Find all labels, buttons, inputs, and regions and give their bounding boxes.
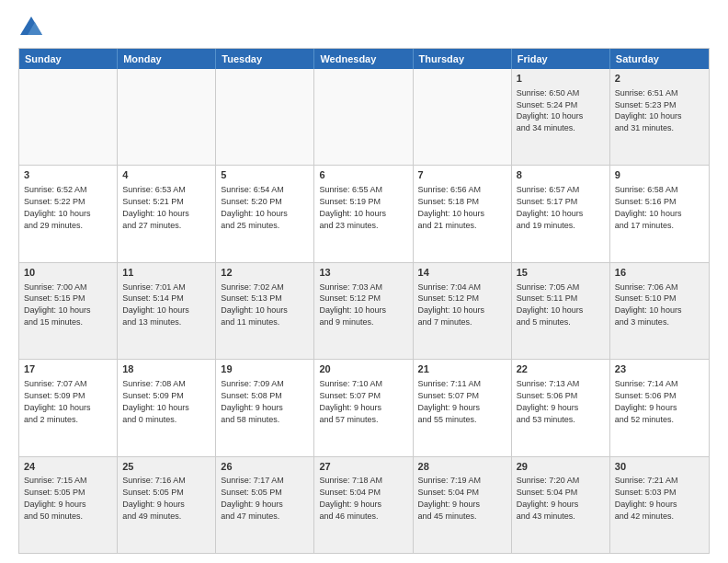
cell-text: Sunrise: 7:11 AM Sunset: 5:07 PM Dayligh… <box>418 379 482 423</box>
day-number: 15 <box>517 266 605 280</box>
day-number: 14 <box>418 266 506 280</box>
cell-text: Sunrise: 6:56 AM Sunset: 5:18 PM Dayligh… <box>418 185 485 229</box>
calendar-cell: 21Sunrise: 7:11 AM Sunset: 5:07 PM Dayli… <box>414 360 512 455</box>
logo <box>18 15 48 40</box>
cell-text: Sunrise: 7:17 AM Sunset: 5:05 PM Dayligh… <box>221 476 284 520</box>
day-number: 20 <box>319 362 407 376</box>
calendar-row: 10Sunrise: 7:00 AM Sunset: 5:15 PM Dayli… <box>19 263 709 360</box>
day-number: 30 <box>615 460 704 474</box>
calendar-cell: 10Sunrise: 7:00 AM Sunset: 5:15 PM Dayli… <box>19 263 118 359</box>
calendar-cell: 1Sunrise: 6:50 AM Sunset: 5:24 PM Daylig… <box>512 69 610 165</box>
cell-text: Sunrise: 7:10 AM Sunset: 5:07 PM Dayligh… <box>319 379 382 423</box>
cell-text: Sunrise: 7:20 AM Sunset: 5:04 PM Dayligh… <box>517 476 580 520</box>
calendar-cell: 28Sunrise: 7:19 AM Sunset: 5:04 PM Dayli… <box>414 457 512 553</box>
day-number: 24 <box>24 460 112 474</box>
logo-icon <box>18 15 44 40</box>
day-number: 12 <box>221 266 309 280</box>
cell-text: Sunrise: 6:52 AM Sunset: 5:22 PM Dayligh… <box>24 185 91 229</box>
day-number: 16 <box>615 266 704 280</box>
day-number: 5 <box>221 168 309 182</box>
calendar-cell: 3Sunrise: 6:52 AM Sunset: 5:22 PM Daylig… <box>19 166 118 261</box>
cell-text: Sunrise: 7:16 AM Sunset: 5:05 PM Dayligh… <box>122 476 186 520</box>
header <box>18 15 710 40</box>
calendar-header: SundayMondayTuesdayWednesdayThursdayFrid… <box>19 49 709 69</box>
cell-text: Sunrise: 6:58 AM Sunset: 5:16 PM Dayligh… <box>615 185 682 229</box>
day-number: 28 <box>418 460 506 474</box>
calendar-header-cell: Friday <box>512 49 610 69</box>
cell-text: Sunrise: 7:04 AM Sunset: 5:12 PM Dayligh… <box>418 282 485 327</box>
calendar-cell: 30Sunrise: 7:21 AM Sunset: 5:03 PM Dayli… <box>610 457 709 553</box>
day-number: 4 <box>122 168 210 182</box>
calendar-row: 1Sunrise: 6:50 AM Sunset: 5:24 PM Daylig… <box>19 69 709 166</box>
calendar-cell: 20Sunrise: 7:10 AM Sunset: 5:07 PM Dayli… <box>314 360 413 455</box>
calendar-cell: 9Sunrise: 6:58 AM Sunset: 5:16 PM Daylig… <box>610 166 709 261</box>
day-number: 13 <box>319 266 407 280</box>
day-number: 19 <box>221 362 309 376</box>
day-number: 27 <box>319 460 407 474</box>
cell-text: Sunrise: 7:08 AM Sunset: 5:09 PM Dayligh… <box>122 379 189 423</box>
calendar-header-cell: Sunday <box>19 49 118 69</box>
cell-text: Sunrise: 6:50 AM Sunset: 5:24 PM Dayligh… <box>517 88 584 132</box>
calendar-header-cell: Thursday <box>414 49 512 69</box>
calendar-cell: 14Sunrise: 7:04 AM Sunset: 5:12 PM Dayli… <box>414 263 512 359</box>
day-number: 18 <box>122 362 210 376</box>
cell-text: Sunrise: 7:15 AM Sunset: 5:05 PM Dayligh… <box>24 476 87 520</box>
calendar-cell: 15Sunrise: 7:05 AM Sunset: 5:11 PM Dayli… <box>512 263 610 359</box>
cell-text: Sunrise: 7:21 AM Sunset: 5:03 PM Dayligh… <box>615 476 678 520</box>
calendar-cell <box>314 69 413 165</box>
day-number: 7 <box>418 168 506 182</box>
cell-text: Sunrise: 7:09 AM Sunset: 5:08 PM Dayligh… <box>221 379 284 423</box>
calendar-header-cell: Tuesday <box>216 49 314 69</box>
day-number: 2 <box>615 72 704 86</box>
calendar-cell: 11Sunrise: 7:01 AM Sunset: 5:14 PM Dayli… <box>118 263 216 359</box>
day-number: 29 <box>517 460 605 474</box>
calendar-cell: 18Sunrise: 7:08 AM Sunset: 5:09 PM Dayli… <box>118 360 216 455</box>
day-number: 6 <box>319 168 407 182</box>
calendar-cell: 27Sunrise: 7:18 AM Sunset: 5:04 PM Dayli… <box>314 457 413 553</box>
day-number: 1 <box>517 72 605 86</box>
calendar-cell <box>19 69 118 165</box>
calendar-cell: 16Sunrise: 7:06 AM Sunset: 5:10 PM Dayli… <box>610 263 709 359</box>
cell-text: Sunrise: 7:14 AM Sunset: 5:06 PM Dayligh… <box>615 379 678 423</box>
calendar-cell: 29Sunrise: 7:20 AM Sunset: 5:04 PM Dayli… <box>512 457 610 553</box>
calendar-row: 24Sunrise: 7:15 AM Sunset: 5:05 PM Dayli… <box>19 457 709 553</box>
day-number: 26 <box>221 460 309 474</box>
day-number: 10 <box>24 266 112 280</box>
cell-text: Sunrise: 7:05 AM Sunset: 5:11 PM Dayligh… <box>517 282 584 327</box>
cell-text: Sunrise: 6:54 AM Sunset: 5:20 PM Dayligh… <box>221 185 288 229</box>
calendar: SundayMondayTuesdayWednesdayThursdayFrid… <box>18 48 710 554</box>
page: SundayMondayTuesdayWednesdayThursdayFrid… <box>0 0 728 563</box>
cell-text: Sunrise: 6:55 AM Sunset: 5:19 PM Dayligh… <box>319 185 386 229</box>
calendar-cell: 2Sunrise: 6:51 AM Sunset: 5:23 PM Daylig… <box>610 69 709 165</box>
calendar-cell: 4Sunrise: 6:53 AM Sunset: 5:21 PM Daylig… <box>118 166 216 261</box>
calendar-cell <box>216 69 314 165</box>
day-number: 3 <box>24 168 112 182</box>
day-number: 23 <box>615 362 704 376</box>
calendar-cell: 26Sunrise: 7:17 AM Sunset: 5:05 PM Dayli… <box>216 457 314 553</box>
calendar-cell: 22Sunrise: 7:13 AM Sunset: 5:06 PM Dayli… <box>512 360 610 455</box>
day-number: 11 <box>122 266 210 280</box>
cell-text: Sunrise: 7:18 AM Sunset: 5:04 PM Dayligh… <box>319 476 382 520</box>
day-number: 21 <box>418 362 506 376</box>
cell-text: Sunrise: 7:01 AM Sunset: 5:14 PM Dayligh… <box>122 282 189 327</box>
calendar-cell: 7Sunrise: 6:56 AM Sunset: 5:18 PM Daylig… <box>414 166 512 261</box>
day-number: 25 <box>122 460 210 474</box>
calendar-header-cell: Saturday <box>610 49 709 69</box>
calendar-cell: 12Sunrise: 7:02 AM Sunset: 5:13 PM Dayli… <box>216 263 314 359</box>
day-number: 22 <box>517 362 605 376</box>
calendar-cell: 19Sunrise: 7:09 AM Sunset: 5:08 PM Dayli… <box>216 360 314 455</box>
calendar-cell <box>414 69 512 165</box>
day-number: 9 <box>615 168 704 182</box>
cell-text: Sunrise: 7:00 AM Sunset: 5:15 PM Dayligh… <box>24 282 91 327</box>
calendar-cell: 6Sunrise: 6:55 AM Sunset: 5:19 PM Daylig… <box>314 166 413 261</box>
cell-text: Sunrise: 7:07 AM Sunset: 5:09 PM Dayligh… <box>24 379 91 423</box>
calendar-cell: 17Sunrise: 7:07 AM Sunset: 5:09 PM Dayli… <box>19 360 118 455</box>
calendar-cell: 24Sunrise: 7:15 AM Sunset: 5:05 PM Dayli… <box>19 457 118 553</box>
cell-text: Sunrise: 6:57 AM Sunset: 5:17 PM Dayligh… <box>517 185 584 229</box>
cell-text: Sunrise: 6:51 AM Sunset: 5:23 PM Dayligh… <box>615 88 682 132</box>
cell-text: Sunrise: 7:06 AM Sunset: 5:10 PM Dayligh… <box>615 282 682 327</box>
calendar-cell <box>118 69 216 165</box>
calendar-row: 3Sunrise: 6:52 AM Sunset: 5:22 PM Daylig… <box>19 166 709 262</box>
calendar-cell: 8Sunrise: 6:57 AM Sunset: 5:17 PM Daylig… <box>512 166 610 261</box>
cell-text: Sunrise: 7:03 AM Sunset: 5:12 PM Dayligh… <box>319 282 386 327</box>
